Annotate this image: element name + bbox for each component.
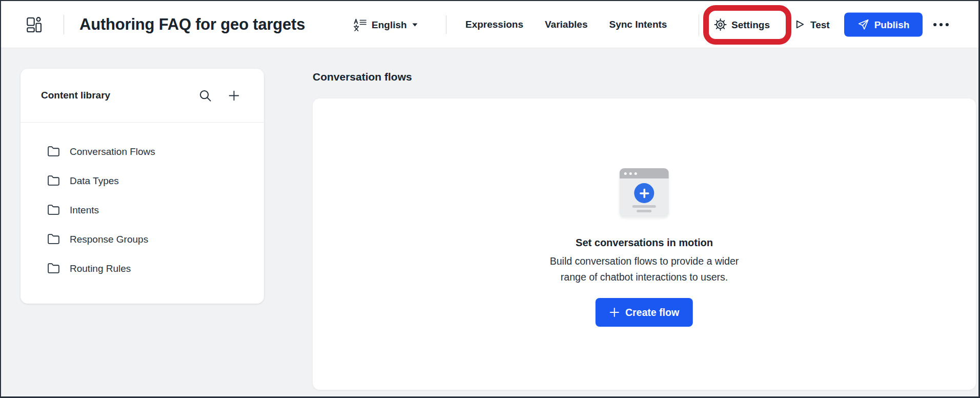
publish-button[interactable]: Publish bbox=[844, 13, 923, 37]
library-item-conversation-flows[interactable]: Conversation Flows bbox=[21, 137, 264, 166]
nav-item-sync-intents[interactable]: Sync Intents bbox=[609, 19, 667, 30]
empty-state-title: Set conversations in motion bbox=[576, 237, 713, 249]
top-bar: Authoring FAQ for geo targets English bbox=[1, 1, 978, 48]
app-window: Authoring FAQ for geo targets English bbox=[0, 0, 980, 398]
library-item-intents[interactable]: Intents bbox=[21, 195, 264, 225]
titlebar-dot bbox=[629, 172, 632, 175]
nav-item-variables[interactable]: Variables bbox=[545, 19, 587, 30]
illustration-text-line bbox=[637, 210, 652, 212]
library-item-response-groups[interactable]: Response Groups bbox=[21, 225, 264, 254]
language-label: English bbox=[372, 19, 407, 30]
create-flow-label: Create flow bbox=[625, 307, 679, 319]
browser-window-illustration bbox=[620, 168, 669, 217]
library-item-label: Response Groups bbox=[70, 234, 148, 245]
add-content-button[interactable] bbox=[228, 89, 240, 102]
titlebar-dot bbox=[624, 172, 627, 175]
conversation-flows-panel: Set conversations in motion Build conver… bbox=[313, 98, 976, 390]
create-flow-button[interactable]: Create flow bbox=[596, 298, 693, 327]
nav-item-expressions[interactable]: Expressions bbox=[465, 19, 523, 30]
folder-icon bbox=[47, 174, 60, 187]
library-item-label: Conversation Flows bbox=[70, 146, 155, 157]
language-selector[interactable]: English bbox=[354, 18, 418, 32]
test-button[interactable]: Test bbox=[794, 19, 830, 31]
description-line: Build conversation flows to provide a wi… bbox=[550, 253, 739, 269]
folder-icon bbox=[47, 262, 60, 275]
plus-circle-icon bbox=[635, 183, 655, 203]
content-library-title: Content library bbox=[41, 90, 198, 101]
topbar-divider bbox=[64, 15, 64, 34]
empty-state-description: Build conversation flows to provide a wi… bbox=[550, 253, 739, 285]
content-library-panel: Content library bbox=[21, 69, 264, 304]
paper-plane-icon bbox=[858, 19, 869, 31]
illustration-text-line bbox=[632, 205, 656, 208]
content-library-header: Content library bbox=[21, 69, 264, 123]
library-item-label: Routing Rules bbox=[70, 263, 131, 274]
empty-state: Set conversations in motion Build conver… bbox=[550, 168, 739, 327]
section-heading: Conversation flows bbox=[313, 71, 412, 83]
topbar-divider bbox=[699, 14, 699, 36]
translate-icon bbox=[354, 18, 367, 32]
apps-menu-button[interactable] bbox=[27, 17, 42, 33]
ellipsis-icon bbox=[933, 23, 950, 27]
folder-icon bbox=[47, 204, 60, 216]
illustration-titlebar bbox=[620, 168, 669, 178]
test-label: Test bbox=[810, 19, 830, 30]
content-library-list: Conversation Flows Data Types Intents Re… bbox=[21, 123, 264, 283]
plus-icon bbox=[228, 89, 240, 102]
description-line: range of chatbot interactions to users. bbox=[550, 269, 739, 285]
library-item-data-types[interactable]: Data Types bbox=[21, 166, 264, 195]
folder-icon bbox=[47, 233, 60, 246]
play-icon bbox=[794, 19, 806, 31]
folder-icon bbox=[47, 145, 60, 158]
search-button[interactable] bbox=[198, 89, 212, 103]
page-title: Authoring FAQ for geo targets bbox=[79, 15, 305, 34]
library-item-label: Intents bbox=[70, 205, 99, 216]
titlebar-dot bbox=[635, 172, 637, 175]
library-item-label: Data Types bbox=[70, 175, 119, 187]
search-icon bbox=[198, 89, 212, 103]
settings-label: Settings bbox=[731, 19, 770, 30]
topbar-divider bbox=[446, 15, 446, 34]
library-item-routing-rules[interactable]: Routing Rules bbox=[21, 254, 264, 283]
gear-icon bbox=[714, 18, 727, 31]
publish-label: Publish bbox=[874, 19, 910, 30]
plus-icon bbox=[609, 307, 620, 317]
more-menu-button[interactable] bbox=[930, 23, 952, 27]
apps-grid-icon bbox=[27, 17, 42, 33]
settings-button[interactable]: Settings bbox=[714, 18, 770, 31]
chevron-down-icon bbox=[412, 23, 418, 27]
topbar-nav: Expressions Variables Sync Intents bbox=[465, 19, 667, 30]
